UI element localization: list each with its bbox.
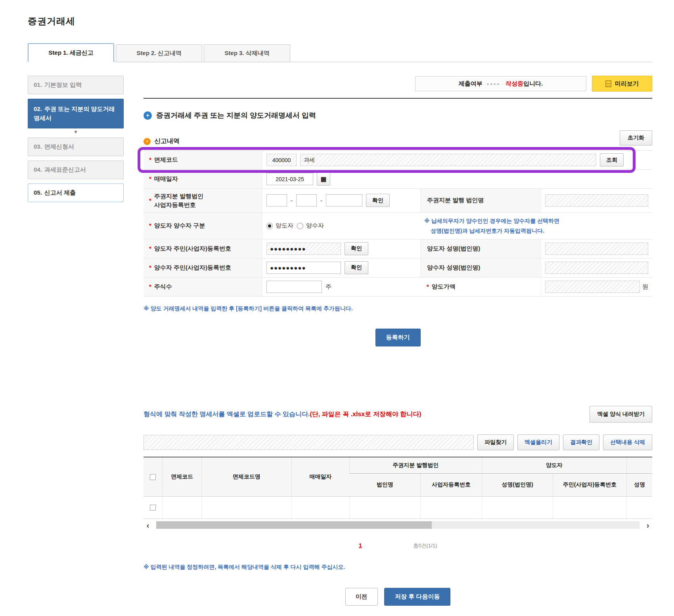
- divider: [144, 98, 652, 99]
- transferor-radio[interactable]: 양도자: [266, 222, 293, 230]
- party-type-note: ※ 납세의무자가 양수인인 경우에는 양수자를 선택하면 성명(법인명)과 납세…: [424, 216, 559, 236]
- scrollbar-thumb[interactable]: [156, 521, 432, 529]
- statement-table: 면제코드 면제코드명 매매일자 주권지분 발행법인 양도자 법인명 사업자등록번…: [144, 457, 652, 519]
- chevron-down-icon: ▼: [28, 129, 124, 135]
- issuer-name-label: 주권지분 발행 법인명: [427, 197, 484, 204]
- arrow-circle-icon: [144, 138, 151, 145]
- exempt-code-name-input[interactable]: [300, 154, 596, 166]
- pagination: 1 총0건(1/1): [144, 542, 652, 549]
- transferor-regno-label: 양도자 주민(사업자)등록번호: [149, 245, 231, 253]
- issuer-bizno-part2-input[interactable]: [296, 194, 317, 207]
- exempt-code-search-button[interactable]: 조회: [600, 153, 624, 166]
- trade-date-input[interactable]: [266, 173, 313, 185]
- result-check-button[interactable]: 결과확인: [563, 434, 599, 450]
- delete-selected-button[interactable]: 선택내용 삭제: [603, 434, 652, 450]
- sidebar-item-submit[interactable]: 05.신고서 제출: [28, 184, 124, 202]
- transferee-regno-row: 양수자 주민(사업자)등록번호 확인 양수자 성명(법인명): [144, 258, 652, 277]
- edit-note: ※ 입력된 내역을 정정하려면, 목록에서 해당내역을 삭제 후 다시 입력해 …: [144, 562, 652, 572]
- preview-button[interactable]: 미리보기: [592, 76, 652, 92]
- page-title: 증권거래세: [28, 15, 652, 27]
- share-count-input[interactable]: [266, 281, 322, 293]
- transferee-regno-input[interactable]: [266, 262, 341, 274]
- submit-status-label: 제출여부: [459, 80, 483, 88]
- transferor-regno-input[interactable]: [266, 243, 341, 255]
- price-unit: 원: [642, 283, 648, 291]
- share-unit: 주: [326, 283, 331, 291]
- sidebar-item-exemption[interactable]: 03.면제신청서: [28, 138, 124, 156]
- submit-status-value: 작성중입니다.: [506, 80, 543, 88]
- submit-status-box: 제출여부 ▸▸▸▸ 작성중입니다.: [415, 76, 586, 91]
- sidebar-item-transfer-statement[interactable]: 02.주권 또는 지분의 양도거래명세서: [28, 99, 124, 128]
- issuer-name-input[interactable]: [545, 194, 648, 207]
- page: 증권거래세 Step 1. 세금신고 Step 2. 신고내역 Step 3. …: [0, 0, 674, 616]
- col-group-transferor: 양도자: [482, 457, 626, 473]
- col-exempt-code-name: 면제코드명: [201, 457, 291, 496]
- exempt-code-input[interactable]: [266, 154, 297, 166]
- exempt-code-row: 면제코드 조회: [144, 151, 652, 170]
- transferor-name-input[interactable]: [545, 243, 648, 255]
- excel-upload-button[interactable]: 엑셀올리기: [517, 434, 559, 450]
- subsection-title: 신고내역: [144, 137, 180, 145]
- share-count-label: 주식수: [149, 283, 172, 291]
- section-title: 증권거래세 주권 또는 지분의 양도거래명세서 입력: [144, 111, 652, 120]
- trade-date-label: 매매일자: [149, 175, 178, 183]
- transfer-price-input[interactable]: [545, 281, 640, 293]
- issuer-bizno-row: 주권지분 발행법인 사업자등록번호 - - 확인 주권지분 발행 법인명: [144, 189, 652, 213]
- party-type-label: 양도자 양수자 구분: [149, 222, 205, 230]
- file-path-input[interactable]: [144, 435, 474, 450]
- excel-template-download-button[interactable]: 엑셀 양식 내려받기: [590, 406, 652, 423]
- transferor-regno-row: 양도자 주민(사업자)등록번호 확인 양도자 성명(법인명): [144, 239, 652, 258]
- sidebar-item-label: 면제신청서: [44, 143, 74, 150]
- calendar-icon[interactable]: ▦: [317, 172, 330, 186]
- reset-button[interactable]: 초기화: [620, 130, 652, 145]
- save-and-next-button[interactable]: 저장 후 다음이동: [384, 588, 450, 606]
- row-checkbox[interactable]: [150, 505, 156, 511]
- file-find-button[interactable]: 파일찾기: [477, 434, 514, 450]
- sidebar-item-label: 과세표준신고서: [44, 166, 86, 173]
- issuer-bizno-confirm-button[interactable]: 확인: [366, 194, 390, 207]
- table-row: [144, 496, 652, 518]
- tab-step1[interactable]: Step 1. 세금신고: [28, 43, 114, 62]
- record-count: 총0건(1/1): [413, 543, 437, 549]
- transferee-regno-confirm-button[interactable]: 확인: [345, 261, 368, 274]
- sidebar-item-label: 신고서 제출: [44, 189, 76, 196]
- transferee-name-label: 양수자 성명(법인명): [427, 264, 480, 272]
- transferor-regno-confirm-button[interactable]: 확인: [345, 242, 368, 255]
- arrows-icon: ▸▸▸▸: [487, 81, 501, 86]
- select-all-checkbox[interactable]: [150, 474, 156, 480]
- col-group-issuer: 주권지분 발행법인: [349, 457, 482, 473]
- register-button[interactable]: 등록하기: [375, 329, 421, 346]
- scrollbar-track[interactable]: [156, 521, 640, 529]
- col-trade-date: 매매일자: [291, 457, 349, 496]
- sidebar-item-label: 주권 또는 지분의 양도거래명세서: [34, 105, 115, 121]
- tab-step2[interactable]: Step 2. 신고내역: [116, 44, 202, 62]
- issuer-bizno-part3-input[interactable]: [326, 194, 362, 207]
- tab-step3[interactable]: Step 3. 삭제내역: [204, 44, 290, 62]
- col-bizno: 사업자등록번호: [421, 473, 482, 496]
- trade-date-row: 매매일자 ▦: [144, 170, 652, 189]
- transfer-price-label: 양도가액: [427, 283, 456, 291]
- transferee-regno-label: 양수자 주민(사업자)등록번호: [149, 264, 231, 272]
- radio-unselected-icon: [297, 223, 303, 229]
- excel-note: 형식에 맞춰 작성한 명세서를 엑셀로 업로드할 수 있습니다.(단, 파일은 …: [144, 410, 421, 419]
- issuer-bizno-part1-input[interactable]: [266, 194, 287, 207]
- share-count-row: 주식수 주 양도가액 원: [144, 277, 652, 297]
- scroll-left-icon[interactable]: ‹: [144, 521, 152, 529]
- sidebar-item-basic-info[interactable]: 01.기본정보 입력: [28, 76, 124, 94]
- transferee-radio[interactable]: 양수자: [297, 222, 324, 230]
- col-transferor-name: 성명(법인명): [482, 473, 553, 496]
- page-number[interactable]: 1: [359, 542, 362, 549]
- sidebar: 01.기본정보 입력 02.주권 또는 지분의 양도거래명세서 ▼ 03.면제신…: [28, 76, 124, 606]
- transferee-name-input[interactable]: [545, 262, 648, 274]
- scroll-right-icon[interactable]: ›: [643, 521, 652, 529]
- step-tabs: Step 1. 세금신고 Step 2. 신고내역 Step 3. 삭제내역: [28, 43, 652, 62]
- register-note: ※ 양도 거래명세서 내역을 입력한 후 [등록하기] 버튼을 클릭하여 목록에…: [144, 304, 652, 314]
- col-transferor-regno: 주민(사업자)등록번호: [553, 473, 627, 496]
- transferor-name-label: 양도자 성명(법인명): [427, 245, 480, 253]
- previous-button[interactable]: 이전: [345, 588, 378, 606]
- sidebar-item-tax-base[interactable]: 04.과세표준신고서: [28, 161, 124, 179]
- document-icon: [605, 80, 611, 87]
- radio-selected-icon: [266, 223, 273, 229]
- issuer-bizno-label: [149, 197, 154, 204]
- sidebar-item-label: 기본정보 입력: [44, 81, 82, 88]
